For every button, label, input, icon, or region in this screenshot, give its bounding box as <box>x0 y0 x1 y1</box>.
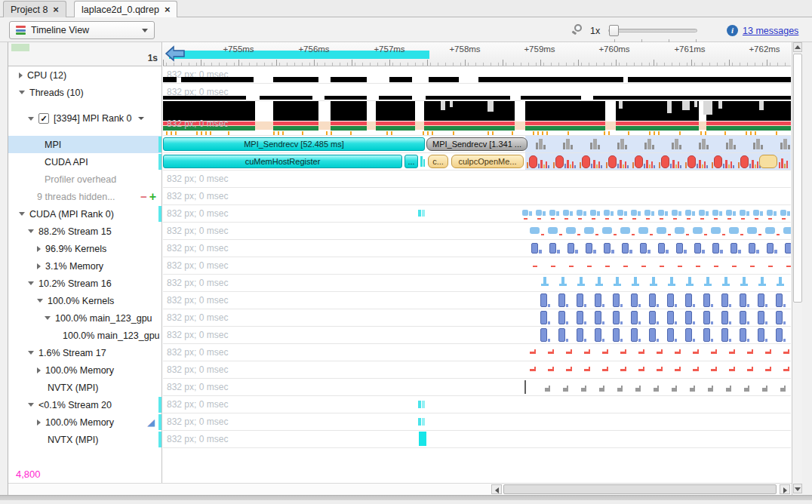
event-mark[interactable] <box>580 162 581 168</box>
vertical-scrollbar-thumb[interactable] <box>793 54 802 303</box>
event-mark[interactable] <box>605 266 610 267</box>
event-mark[interactable] <box>704 161 706 168</box>
event-mark[interactable] <box>602 321 604 324</box>
event-mark[interactable] <box>741 218 745 220</box>
event-mark[interactable] <box>767 243 774 254</box>
event-mark[interactable] <box>687 218 691 220</box>
event-mark[interactable] <box>684 250 687 254</box>
event-mark[interactable] <box>740 155 749 168</box>
event-mark[interactable] <box>608 155 617 168</box>
event-mark[interactable] <box>740 284 748 286</box>
horizontal-scrollbar-thumb[interactable] <box>503 484 777 494</box>
event-mark[interactable] <box>613 311 620 324</box>
view-selector-dropdown[interactable]: Timeline View <box>9 21 155 39</box>
event-mark[interactable] <box>595 311 601 324</box>
event-mark[interactable] <box>729 321 731 324</box>
timeline-row-nvtx-mpi-a[interactable]: 832 px; 0 msec <box>163 379 791 396</box>
tab-report-close-icon[interactable]: × <box>165 5 171 14</box>
event-mark[interactable] <box>699 210 705 216</box>
event-mark[interactable] <box>714 266 718 267</box>
event-mark[interactable] <box>613 293 620 307</box>
event-mark[interactable] <box>657 304 659 307</box>
event-mark[interactable] <box>712 386 713 392</box>
timeline-row-cuda-api[interactable]: 832 px; 0 mseccuMemHostRegister...c...cu… <box>163 153 791 171</box>
event-mark[interactable] <box>668 284 675 286</box>
event-mark[interactable] <box>646 218 650 220</box>
event-bar[interactable]: cuMemHostRegister <box>163 155 402 168</box>
event-mark[interactable] <box>625 367 626 371</box>
event-mark[interactable] <box>640 243 647 254</box>
nvtx-range-marker[interactable] <box>524 380 526 394</box>
tree-expander-down-icon[interactable] <box>19 91 25 94</box>
event-mark[interactable] <box>667 293 674 307</box>
event-mark[interactable] <box>740 328 746 342</box>
event-mark[interactable] <box>589 349 590 354</box>
event-mark[interactable] <box>632 284 639 286</box>
event-mark[interactable] <box>635 155 643 168</box>
info-icon[interactable]: i <box>727 25 738 36</box>
event-bar[interactable]: ... <box>404 155 418 168</box>
event-mark[interactable] <box>711 304 713 307</box>
event-mark[interactable] <box>738 250 741 254</box>
event-mark[interactable] <box>715 349 717 354</box>
event-mark[interactable] <box>667 311 674 324</box>
tree-expander-down-icon[interactable] <box>28 117 34 121</box>
event-mark[interactable] <box>651 161 653 168</box>
tree-expander-right-icon[interactable] <box>19 72 23 78</box>
event-mark[interactable] <box>747 339 749 342</box>
event-mark[interactable] <box>649 164 651 168</box>
event-bar[interactable]: culpcOpenMe... <box>451 155 524 168</box>
event-mark[interactable] <box>659 162 660 168</box>
event-mark[interactable] <box>685 210 691 216</box>
tree-expander-right-icon[interactable] <box>37 246 41 252</box>
event-mark[interactable] <box>537 218 541 220</box>
timeline-row-cuda-mpi-rank-0[interactable]: 832 px; 0 msec <box>163 205 791 223</box>
event-mark[interactable] <box>420 156 423 167</box>
event-mark[interactable] <box>658 243 665 254</box>
event-mark[interactable] <box>566 339 568 342</box>
event-mark[interactable] <box>788 349 789 354</box>
event-mark[interactable] <box>667 328 674 342</box>
event-mark[interactable] <box>758 311 764 324</box>
event-mark[interactable] <box>540 328 547 342</box>
event-mark[interactable] <box>755 218 758 220</box>
hide-threads-minus-icon[interactable]: − <box>140 193 147 201</box>
event-mark[interactable] <box>623 266 628 267</box>
tab-report[interactable]: laplace2d_0.qdrep × <box>74 1 177 18</box>
event-mark[interactable] <box>650 284 657 286</box>
event-mark[interactable] <box>783 321 786 324</box>
event-mark[interactable] <box>643 367 644 371</box>
event-mark[interactable] <box>749 164 751 168</box>
event-mark[interactable] <box>625 349 626 354</box>
event-mark[interactable] <box>524 218 527 220</box>
event-mark[interactable] <box>567 386 568 392</box>
tree-expander-right-icon[interactable] <box>37 367 41 373</box>
event-mark[interactable] <box>675 139 678 149</box>
tree-expander-down-icon[interactable] <box>28 351 34 355</box>
event-mark[interactable] <box>620 160 622 168</box>
event-mark[interactable] <box>611 250 614 254</box>
event-mark[interactable] <box>672 210 678 216</box>
event-mark[interactable] <box>661 367 663 371</box>
event-mark[interactable] <box>638 304 641 307</box>
event-mark[interactable] <box>620 304 623 307</box>
event-mark[interactable] <box>543 164 545 168</box>
event-mark[interactable] <box>649 328 656 342</box>
event-mark[interactable] <box>566 227 576 234</box>
event-mark[interactable] <box>563 210 569 216</box>
thread-checkbox[interactable]: ✓ <box>38 113 49 124</box>
event-mark[interactable] <box>419 432 426 446</box>
event-mark[interactable] <box>734 145 736 149</box>
event-mark[interactable] <box>571 367 572 371</box>
event-mark[interactable] <box>631 328 638 342</box>
event-mark[interactable] <box>706 145 709 149</box>
event-mark[interactable] <box>577 210 583 216</box>
event-mark[interactable] <box>766 386 767 392</box>
event-mark[interactable] <box>660 218 663 220</box>
event-mark[interactable] <box>571 349 572 354</box>
timeline-row-stream-15[interactable]: 832 px; 0 msec <box>163 223 791 240</box>
event-mark[interactable] <box>617 143 620 149</box>
event-mark[interactable] <box>657 386 659 392</box>
event-mark[interactable] <box>570 164 571 168</box>
event-mark[interactable] <box>728 164 730 168</box>
